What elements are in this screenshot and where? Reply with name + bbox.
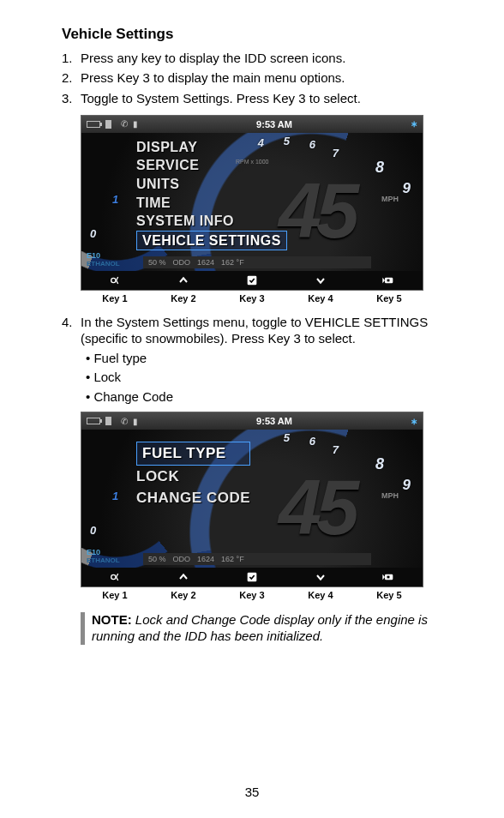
key4-down-icon[interactable] <box>286 568 355 586</box>
bluetooth-icon: ∗ <box>411 119 417 129</box>
menu-time[interactable]: TIME <box>136 194 287 213</box>
readout-odo-label: ODO <box>173 555 191 563</box>
key1-icon[interactable] <box>81 271 150 290</box>
menu-lock[interactable]: LOCK <box>136 466 250 488</box>
fuel-ethanol: ETHANOL <box>87 556 120 564</box>
step-2: 2.Press Key 3 to display the main menu o… <box>62 68 442 87</box>
fuel-ethanol: ETHANOL <box>87 260 120 268</box>
bullet-fuel: • Fuel type <box>81 349 442 369</box>
key3-check-icon[interactable] <box>218 568 286 586</box>
idd-screen-1: ✆ ▮ 9:53 AM ∗ 45 MPH RPM x 1000 0 1 4 5 … <box>81 115 423 291</box>
settings-menu: DISPLAY SERVICE UNITS TIME SYSTEM INFO V… <box>136 138 287 251</box>
dashboard-2: 45 MPH 0 1 5 6 7 8 9 FUEL TYPE LOCK CHAN… <box>81 430 423 568</box>
step-3-text: Toggle to System Settings. Press Key 3 t… <box>81 88 361 108</box>
readout-pct: 50 % <box>148 258 166 267</box>
menu-vehicle-settings[interactable]: VEHICLE SETTINGS <box>136 231 287 251</box>
readout-odo: 1624 <box>197 258 214 267</box>
menu-units[interactable]: UNITS <box>136 175 287 194</box>
speed-unit: MPH <box>381 195 399 203</box>
phone-icon: ✆ <box>121 417 128 426</box>
fuel-e10: E10 <box>87 251 100 260</box>
speed-value: 45 <box>279 464 354 552</box>
tick-9: 9 <box>403 477 411 494</box>
key5-back-icon[interactable] <box>354 271 423 290</box>
key-labels-2: Key 1 Key 2 Key 3 Key 4 Key 5 <box>81 590 423 600</box>
key5-label: Key 5 <box>355 293 423 304</box>
vehicle-settings-menu: FUEL TYPE LOCK CHANGE CODE <box>136 442 250 509</box>
key5-back-icon[interactable] <box>354 568 423 586</box>
key4-label: Key 4 <box>286 293 355 304</box>
signal-icon <box>105 417 116 425</box>
softkey-bar <box>81 271 423 290</box>
fuel-badge: E10 ETHANOL <box>87 549 120 564</box>
signal-icon <box>105 120 116 129</box>
idd-screen-2: ✆ ▮ 9:53 AM ∗ 45 MPH 0 1 5 6 7 8 9 FUEL … <box>81 412 423 587</box>
step-3: 3.Toggle to System Settings. Press Key 3… <box>62 88 442 108</box>
page-heading: Vehicle Settings <box>62 26 442 43</box>
note-block: NOTE: Lock and Change Code display only … <box>81 612 442 645</box>
svg-point-0 <box>111 278 115 282</box>
tick-6: 6 <box>309 138 315 151</box>
tick-8: 8 <box>375 159 384 177</box>
phone-icon: ✆ <box>121 119 128 129</box>
menu-change-code[interactable]: CHANGE CODE <box>136 487 250 509</box>
note-accent-bar <box>81 612 85 645</box>
key2-up-icon[interactable] <box>150 271 219 290</box>
readout-bar: 50 % ODO 1624 162 °F <box>143 256 371 268</box>
key1-label: Key 1 <box>81 293 149 304</box>
key2-label: Key 2 <box>149 590 218 600</box>
tick-1: 1 <box>112 490 118 502</box>
readout-bar: 50 % ODO 1624 162 °F <box>143 553 371 565</box>
step-4-text: In the System Settings menu, toggle to V… <box>81 315 428 346</box>
menu-system-info[interactable]: SYSTEM INFO <box>136 212 287 231</box>
key4-down-icon[interactable] <box>286 271 355 290</box>
key3-label: Key 3 <box>218 293 286 304</box>
menu-display[interactable]: DISPLAY <box>136 138 287 157</box>
menu-fuel-type[interactable]: FUEL TYPE <box>136 442 250 466</box>
key4-label: Key 4 <box>286 590 355 600</box>
battery-icon <box>87 121 100 128</box>
key2-up-icon[interactable] <box>150 568 219 586</box>
bullet-change: • Change Code <box>81 388 442 407</box>
key-labels-1: Key 1 Key 2 Key 3 Key 4 Key 5 <box>81 293 423 304</box>
readout-odo-label: ODO <box>173 258 191 267</box>
note-label: NOTE: <box>92 612 132 627</box>
step-4: 4. In the System Settings menu, toggle t… <box>62 314 442 407</box>
step-2-text: Press Key 3 to display the main menu opt… <box>81 68 345 87</box>
key1-icon[interactable] <box>81 568 150 586</box>
speed-value: 45 <box>279 167 354 256</box>
instruction-list: 1.Press any key to display the IDD scree… <box>62 48 442 108</box>
screenshot-1: ✆ ▮ 9:53 AM ∗ 45 MPH RPM x 1000 0 1 4 5 … <box>81 115 442 304</box>
chat-icon: ▮ <box>133 119 138 129</box>
screenshot-2: ✆ ▮ 9:53 AM ∗ 45 MPH 0 1 5 6 7 8 9 FUEL … <box>81 412 442 600</box>
chat-icon: ▮ <box>133 417 138 426</box>
key3-check-icon[interactable] <box>218 271 286 290</box>
clock: 9:53 AM <box>256 416 292 426</box>
note-text: NOTE: Lock and Change Code display only … <box>92 612 442 645</box>
key5-label: Key 5 <box>355 590 423 600</box>
readout-pct: 50 % <box>148 555 166 563</box>
key3-label: Key 3 <box>218 590 286 600</box>
tick-7: 7 <box>333 147 339 159</box>
tick-1: 1 <box>112 193 118 206</box>
bluetooth-icon: ∗ <box>411 417 417 426</box>
softkey-bar-2 <box>81 568 423 586</box>
tick-9: 9 <box>403 180 411 197</box>
key1-label: Key 1 <box>81 590 149 600</box>
readout-odo: 1624 <box>197 555 214 563</box>
tick-8: 8 <box>375 455 384 473</box>
key2-label: Key 2 <box>149 293 218 304</box>
tick-6: 6 <box>309 435 315 448</box>
readout-temp: 162 °F <box>221 555 244 563</box>
dashboard: 45 MPH RPM x 1000 0 1 4 5 6 7 8 9 DISPLA… <box>81 133 423 271</box>
step-1: 1.Press any key to display the IDD scree… <box>62 48 442 68</box>
fuel-e10: E10 <box>87 548 100 556</box>
speed-unit: MPH <box>381 491 399 500</box>
menu-service[interactable]: SERVICE <box>136 156 287 175</box>
tick-0: 0 <box>90 524 96 537</box>
battery-icon <box>87 418 100 424</box>
bullet-lock: • Lock <box>81 368 442 388</box>
tick-5: 5 <box>284 431 290 444</box>
fuel-badge: E10 ETHANOL <box>87 252 120 268</box>
readout-temp: 162 °F <box>221 258 244 267</box>
